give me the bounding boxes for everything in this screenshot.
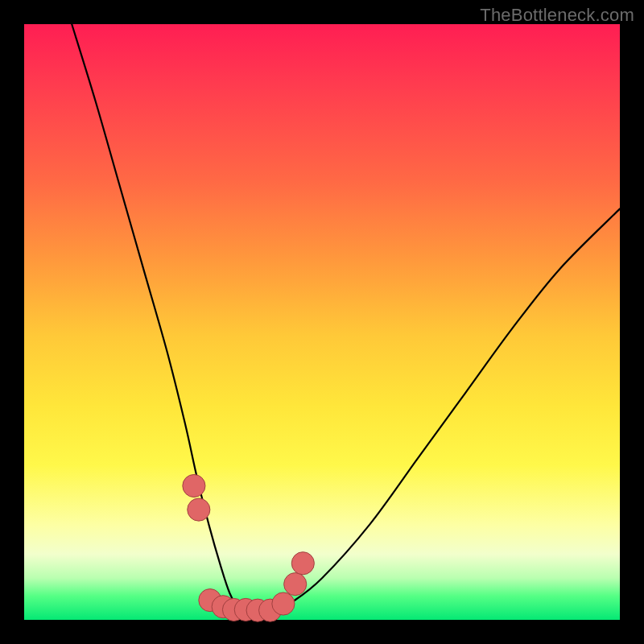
pt-left-upper bbox=[183, 474, 205, 497]
pt-right-higher bbox=[291, 552, 314, 575]
pt-right-lower bbox=[284, 573, 307, 596]
pt-floor-g bbox=[272, 592, 295, 615]
bottleneck-curve bbox=[72, 24, 620, 614]
pt-left-lower bbox=[188, 498, 210, 521]
chart-frame: TheBottleneck.com bbox=[0, 0, 644, 644]
watermark-text: TheBottleneck.com bbox=[480, 5, 634, 26]
chart-svg bbox=[24, 24, 620, 620]
plot-area bbox=[24, 24, 620, 620]
